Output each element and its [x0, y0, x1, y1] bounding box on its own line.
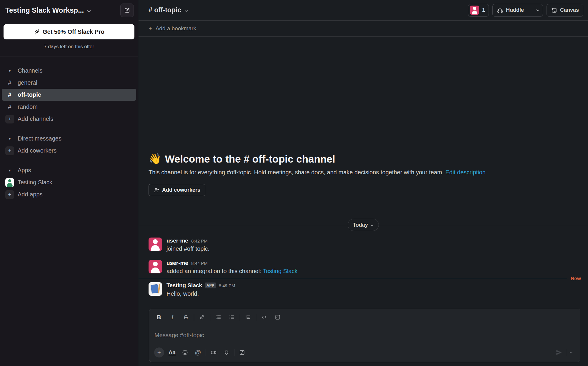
- composer-action-bar: + Aa @: [149, 345, 580, 362]
- add-coworkers-cta-button[interactable]: Add coworkers: [149, 184, 205, 196]
- strikethrough-button[interactable]: S: [179, 314, 193, 321]
- code-block-button[interactable]: [271, 314, 284, 320]
- add-coworkers-label: Add coworkers: [18, 147, 56, 154]
- mic-button[interactable]: [220, 349, 233, 356]
- sidebar-item-random[interactable]: # random: [2, 101, 136, 113]
- new-label: New: [567, 276, 588, 282]
- attach-button[interactable]: +: [153, 347, 166, 357]
- channel-title: # off-topic: [149, 6, 181, 14]
- person-add-icon: [154, 187, 159, 193]
- italic-button[interactable]: I: [166, 314, 179, 321]
- integration-link[interactable]: Testing Slack: [263, 268, 298, 274]
- emoji-button[interactable]: [179, 349, 191, 356]
- formatting-toolbar: B I S 12: [149, 309, 580, 325]
- show-formatting-button[interactable]: Aa: [166, 349, 179, 356]
- sidebar-item-off-topic[interactable]: # off-topic: [2, 89, 136, 101]
- add-coworkers-button[interactable]: + Add coworkers: [2, 145, 136, 157]
- message-text: Hello, world.: [166, 290, 235, 297]
- bold-button[interactable]: B: [152, 314, 166, 321]
- date-divider: Today: [139, 219, 588, 231]
- video-button[interactable]: [207, 349, 220, 356]
- send-button[interactable]: [553, 349, 565, 356]
- date-pill-button[interactable]: Today: [348, 219, 379, 231]
- message-text: added an integration to this channel:: [166, 268, 263, 274]
- add-bookmark-button[interactable]: + Add a bookmark: [139, 21, 588, 37]
- divider-line: [139, 279, 567, 279]
- code-button[interactable]: [257, 314, 271, 320]
- divider: [210, 314, 210, 321]
- message-input[interactable]: [154, 332, 575, 339]
- sidebar-item-testing-slack-app[interactable]: Testing Slack: [2, 176, 136, 188]
- divider: [194, 314, 194, 321]
- member-avatar: [470, 6, 479, 15]
- add-apps-button[interactable]: + Add apps: [2, 188, 136, 200]
- link-button[interactable]: [195, 314, 209, 320]
- wave-emoji: 👋: [149, 153, 161, 165]
- plus-icon: +: [149, 25, 152, 32]
- app-label: Testing Slack: [18, 179, 52, 186]
- huddle-caret-button[interactable]: [533, 8, 543, 12]
- edit-description-link[interactable]: Edit description: [445, 169, 486, 176]
- new-message-button[interactable]: [120, 4, 134, 17]
- sidebar-item-general[interactable]: # general: [2, 77, 136, 89]
- message-row[interactable]: user-me 8:42 PM joined #off-topic.: [149, 238, 576, 252]
- blockquote-button[interactable]: [241, 314, 255, 320]
- svg-text:1: 1: [216, 315, 217, 317]
- plus-icon: +: [5, 146, 14, 155]
- date-label: Today: [353, 222, 368, 228]
- send-area: [553, 349, 577, 356]
- welcome-description: This channel is for everything #off-topi…: [149, 169, 576, 176]
- section-direct-messages[interactable]: ▾ Direct messages: [2, 133, 136, 145]
- add-channels-button[interactable]: + Add channels: [2, 113, 136, 125]
- message-composer: B I S 12: [149, 309, 580, 362]
- slash-commands-button[interactable]: [236, 349, 249, 356]
- message-author[interactable]: user-me: [166, 260, 188, 266]
- pro-offer-card: Get 50% Off Slack Pro 7 days left on thi…: [0, 20, 138, 56]
- compose-icon: [124, 7, 130, 14]
- add-apps-label: Add apps: [18, 191, 43, 198]
- welcome-title: 👋 Welcome to the # off-topic channel: [149, 153, 576, 165]
- channel-title-button[interactable]: # off-topic: [149, 6, 188, 14]
- message-author[interactable]: user-me: [166, 238, 188, 244]
- workspace-name: Testing Slack Worksp...: [5, 6, 84, 14]
- welcome-title-text: Welcome to the # off-topic channel: [165, 153, 335, 165]
- app-avatar[interactable]: [149, 282, 162, 296]
- message-row[interactable]: user-me 8:44 PM added an integration to …: [149, 260, 576, 275]
- add-bookmark-label: Add a bookmark: [156, 25, 196, 32]
- avatar[interactable]: [149, 238, 162, 251]
- huddle-button[interactable]: Huddle: [492, 4, 543, 17]
- divider: [206, 349, 206, 356]
- members-button[interactable]: 1: [468, 4, 489, 17]
- section-apps[interactable]: ▾ Apps: [2, 164, 136, 176]
- channel-label: general: [18, 79, 37, 86]
- section-channels[interactable]: ▾ Channels: [2, 65, 136, 77]
- canvas-button[interactable]: Canvas: [547, 4, 583, 17]
- chevron-down-icon: [87, 9, 91, 13]
- collapse-triangle-icon: ▾: [5, 68, 14, 73]
- message-row[interactable]: Testing Slack APP 8:49 PM Hello, world.: [149, 282, 576, 297]
- plus-icon: +: [5, 115, 14, 123]
- message-author[interactable]: Testing Slack: [166, 282, 202, 289]
- plus-icon: +: [5, 190, 14, 199]
- message-timestamp[interactable]: 8:44 PM: [191, 261, 208, 266]
- mention-button[interactable]: @: [191, 349, 204, 356]
- section-apps-label: Apps: [18, 167, 31, 174]
- message-input-row: [149, 325, 580, 345]
- bulleted-list-button[interactable]: [225, 314, 239, 320]
- message-timestamp[interactable]: 8:42 PM: [191, 238, 208, 243]
- canvas-label: Canvas: [560, 7, 579, 13]
- canvas-icon: [551, 7, 557, 14]
- message-timestamp[interactable]: 8:49 PM: [219, 283, 235, 288]
- channel-welcome: 👋 Welcome to the # off-topic channel Thi…: [149, 153, 576, 196]
- divider: [256, 314, 256, 321]
- ordered-list-button[interactable]: 12: [211, 314, 225, 320]
- huddle-main: Huddle: [497, 7, 527, 14]
- avatar[interactable]: [149, 260, 162, 273]
- plus-icon: +: [154, 347, 164, 357]
- workspace-switcher[interactable]: Testing Slack Worksp...: [5, 6, 91, 14]
- add-coworkers-cta-label: Add coworkers: [162, 187, 200, 193]
- pro-offer-button[interactable]: Get 50% Off Slack Pro: [4, 24, 134, 39]
- send-options-button[interactable]: [567, 351, 575, 355]
- rocket-icon: [34, 29, 40, 35]
- chevron-down-icon: [370, 224, 374, 227]
